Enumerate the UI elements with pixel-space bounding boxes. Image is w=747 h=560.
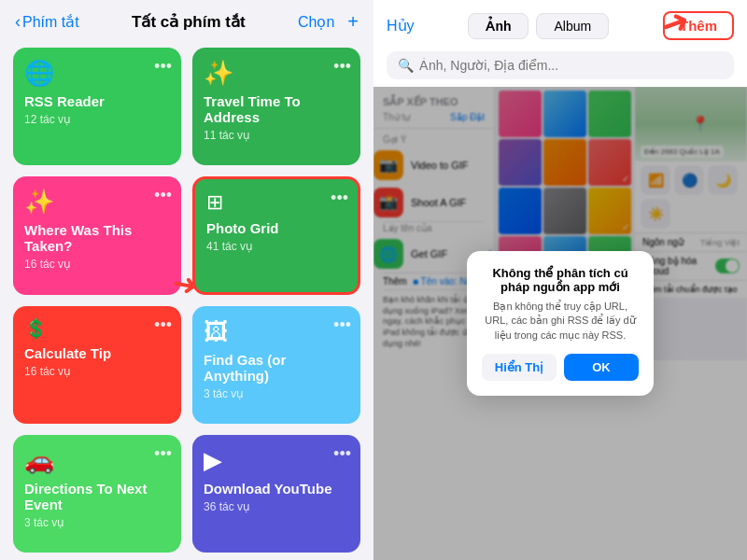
shortcut-icon-travel: ✨ — [204, 59, 349, 88]
add-button[interactable]: + — [347, 11, 359, 33]
more-icon[interactable]: ••• — [154, 186, 172, 205]
red-arrow-icon: ➜ — [170, 264, 201, 303]
add-button[interactable]: Thêm — [663, 11, 734, 40]
more-icon[interactable]: ••• — [154, 444, 172, 464]
shortcut-name-directions: Directions To Next Event — [24, 481, 170, 512]
search-input[interactable] — [419, 58, 723, 73]
shortcut-icon-directions: 🚗 — [24, 446, 170, 475]
shortcut-count-youtube: 36 tác vụ — [204, 500, 349, 513]
modal-box: Không thể phân tích cú pháp nguồn app mớ… — [467, 251, 654, 396]
shortcut-icon-youtube: ▶ — [204, 446, 349, 475]
modal-ok-button[interactable]: OK — [564, 354, 639, 381]
shortcut-name-calculate: Calculate Tip — [24, 345, 170, 361]
shortcut-card-travel[interactable]: ••• ✨ Travel Time To Address 11 tác vụ — [192, 48, 360, 165]
shortcut-name-findgas: Find Gas (or Anything) — [204, 352, 349, 384]
shortcut-card-calculate[interactable]: ••• 💲 Calculate Tip 16 tác vụ — [13, 306, 181, 424]
shortcut-count-findgas: 3 tác vụ — [204, 387, 349, 400]
shortcut-icon-rss: 🌐 — [24, 59, 170, 88]
tab-photos[interactable]: Ảnh — [468, 13, 529, 39]
search-bar[interactable]: 🔍 — [387, 51, 734, 79]
shortcut-icon-findgas: 🖼 — [204, 317, 349, 346]
cancel-button[interactable]: Hủy — [387, 17, 415, 35]
shortcut-name-travel: Travel Time To Address — [204, 93, 349, 125]
more-icon[interactable]: ••• — [331, 189, 348, 208]
more-icon[interactable]: ••• — [154, 315, 172, 335]
shortcut-count-where: 16 tác vụ — [24, 258, 170, 271]
header-actions: Chọn + — [298, 11, 359, 33]
shortcut-card-photogrid[interactable]: ••• ⊞ Photo Grid 41 tác vụ — [192, 176, 360, 294]
right-header-container: Hủy Ảnh Album Thêm ➜ — [374, 0, 747, 48]
shortcut-count-photogrid: 41 tác vụ — [206, 240, 346, 253]
shortcut-count-travel: 11 tác vụ — [204, 129, 349, 142]
right-content-area: Sắp xếp theo Thứ tự Sắp Đặt Gợi Ý 📷 Vide… — [374, 87, 747, 560]
modal-title: Không thể phân tích cú pháp nguồn app mớ… — [482, 266, 639, 294]
right-panel: Hủy Ảnh Album Thêm ➜ 🔍 Sắp xếp theo Thứ … — [374, 0, 747, 560]
shortcut-count-directions: 3 tác vụ — [24, 516, 170, 529]
shortcut-card-where[interactable]: ••• ✨ Where Was This Taken? 16 tác vụ ➜ — [13, 176, 181, 294]
shortcut-name-rss: RSS Reader — [24, 93, 170, 109]
more-icon[interactable]: ••• — [154, 57, 172, 77]
chevron-left-icon: ‹ — [15, 12, 21, 32]
tab-bar: Ảnh Album — [468, 13, 609, 39]
shortcut-card-rss[interactable]: ••• 🌐 RSS Reader 12 tác vụ — [13, 48, 181, 165]
page-title: Tất cả phím tắt — [132, 12, 246, 32]
shortcut-icon-photogrid: ⊞ — [206, 190, 346, 215]
back-button[interactable]: ‹ Phím tắt — [15, 12, 79, 32]
modal-actions: Hiển Thị OK — [482, 354, 639, 381]
shortcut-icon-where: ✨ — [24, 188, 170, 217]
shortcut-count-calculate: 16 tác vụ — [24, 365, 170, 378]
shortcut-name-where: Where Was This Taken? — [24, 222, 170, 254]
search-icon: 🔍 — [398, 58, 414, 73]
left-panel: ‹ Phím tắt Tất cả phím tắt Chọn + ••• 🌐 … — [0, 0, 374, 560]
shortcut-count-rss: 12 tác vụ — [24, 113, 170, 126]
modal-body: Bạn không thể truy cập URL, URL, các bản… — [482, 300, 639, 343]
modal-cancel-button[interactable]: Hiển Thị — [482, 354, 557, 381]
shortcut-card-youtube[interactable]: ••• ▶ Download YouTube 36 tác vụ — [192, 435, 360, 553]
shortcut-name-photogrid: Photo Grid — [206, 220, 346, 236]
more-icon[interactable]: ••• — [333, 57, 351, 77]
shortcuts-grid: ••• 🌐 RSS Reader 12 tác vụ ••• ✨ Travel … — [0, 40, 374, 560]
modal-overlay: Không thể phân tích cú pháp nguồn app mớ… — [374, 87, 747, 560]
back-label[interactable]: Phím tắt — [22, 13, 79, 31]
shortcut-card-directions[interactable]: ••• 🚗 Directions To Next Event 3 tác vụ — [13, 435, 181, 553]
shortcut-name-youtube: Download YouTube — [204, 481, 349, 497]
choose-button[interactable]: Chọn — [298, 13, 334, 31]
more-icon[interactable]: ••• — [333, 444, 351, 464]
tab-albums[interactable]: Album — [536, 13, 609, 39]
more-icon[interactable]: ••• — [333, 315, 351, 335]
shortcut-icon-calculate: 💲 — [24, 317, 170, 340]
shortcut-card-findgas[interactable]: ••• 🖼 Find Gas (or Anything) 3 tác vụ — [192, 306, 360, 424]
right-header: Hủy Ảnh Album Thêm — [374, 0, 747, 48]
left-header: ‹ Phím tắt Tất cả phím tắt Chọn + — [0, 0, 374, 40]
